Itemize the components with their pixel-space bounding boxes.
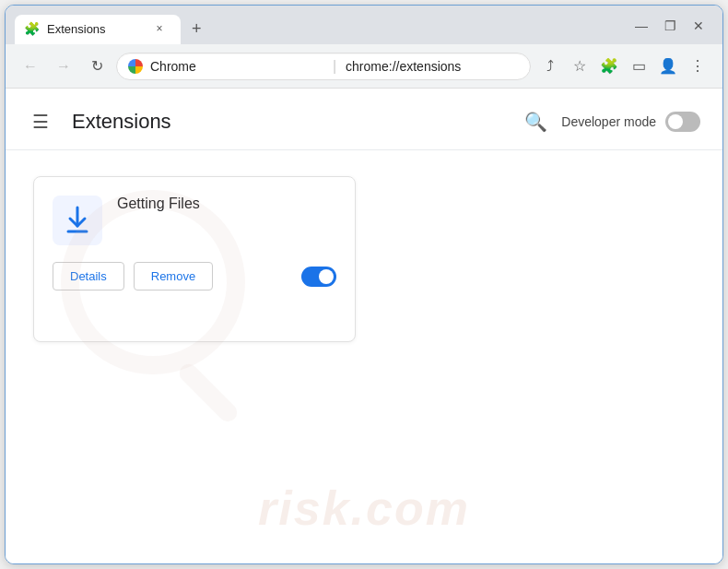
developer-mode-label: Developer mode — [561, 114, 656, 129]
tab-icon: 🧩 — [24, 21, 40, 36]
chrome-label: Chrome — [150, 59, 323, 74]
forward-button[interactable]: → — [50, 53, 77, 80]
extensions-header: ☰ Extensions 🔍 Developer mode — [6, 89, 722, 150]
window-controls: — ❐ ✕ — [628, 15, 711, 37]
header-left: ☰ Extensions — [24, 105, 171, 138]
address-bar[interactable]: Chrome | chrome://extensions — [116, 53, 531, 80]
back-button[interactable]: ← — [17, 53, 44, 80]
address-separator: | — [333, 58, 336, 75]
profile-button[interactable]: 👤 — [654, 53, 682, 80]
toggle-slider — [665, 112, 700, 132]
page-content: ☰ Extensions 🔍 Developer mode — [6, 89, 722, 563]
extensions-button[interactable]: 🧩 — [595, 53, 623, 80]
extension-toggle[interactable] — [301, 267, 336, 287]
title-bar: 🧩 Extensions × + — ❐ ✕ — [6, 6, 722, 44]
browser-window: 🧩 Extensions × + — ❐ ✕ ← → ↻ Chrome | ch… — [5, 5, 723, 564]
tab-title: Extensions — [47, 22, 144, 36]
menu-icon-button[interactable]: ☰ — [24, 105, 57, 138]
tab-list: 🧩 Extensions × + — [15, 15, 209, 44]
page-title: Extensions — [72, 110, 171, 134]
ext-toggle-slider — [301, 267, 336, 287]
url-text: chrome://extensions — [346, 59, 519, 74]
download-icon — [59, 202, 96, 239]
sidebar-button[interactable]: ▭ — [625, 53, 652, 80]
extension-card: Getting Files Details Remove — [33, 176, 356, 342]
reload-button[interactable]: ↻ — [83, 53, 111, 80]
details-button[interactable]: Details — [53, 262, 124, 290]
active-tab[interactable]: 🧩 Extensions × — [15, 15, 181, 44]
tab-close-button[interactable]: × — [151, 20, 168, 37]
share-button[interactable]: ⤴ — [536, 53, 564, 80]
extension-name: Getting Files — [117, 196, 200, 212]
extensions-grid: Getting Files Details Remove — [6, 150, 722, 368]
maximize-button[interactable]: ❐ — [657, 15, 684, 37]
toolbar-icons: ⤴ ☆ 🧩 ▭ 👤 ⋮ — [536, 53, 711, 80]
toolbar: ← → ↻ Chrome | chrome://extensions ⤴ ☆ 🧩… — [6, 44, 722, 89]
card-header: Getting Files — [53, 196, 336, 245]
chrome-logo-icon — [128, 59, 143, 74]
developer-mode-toggle[interactable] — [665, 112, 700, 132]
remove-button[interactable]: Remove — [134, 262, 213, 290]
minimize-button[interactable]: — — [628, 15, 655, 37]
card-info: Getting Files — [117, 196, 200, 212]
close-button[interactable]: ✕ — [686, 15, 711, 37]
header-right: 🔍 Developer mode — [519, 105, 700, 138]
menu-button[interactable]: ⋮ — [684, 53, 711, 80]
extension-icon — [53, 196, 102, 245]
action-buttons: Details Remove — [53, 262, 213, 290]
search-button[interactable]: 🔍 — [519, 105, 552, 138]
card-actions: Details Remove — [53, 262, 336, 290]
watermark: risk.com — [258, 480, 470, 536]
bookmark-button[interactable]: ☆ — [566, 53, 593, 80]
new-tab-button[interactable]: + — [184, 17, 209, 41]
